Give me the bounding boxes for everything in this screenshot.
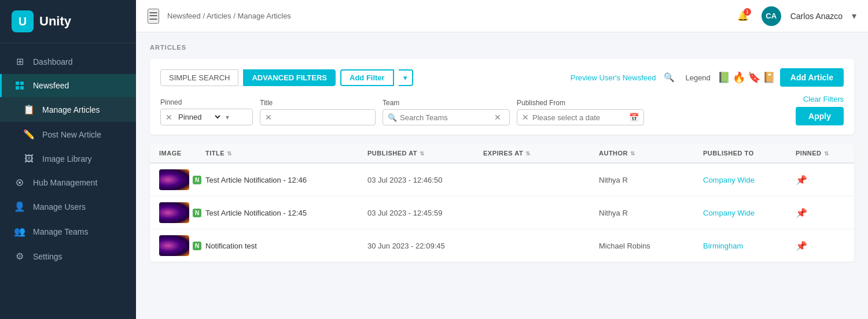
sidebar-item-label: Post New Article — [42, 130, 101, 139]
svg-rect-0 — [16, 81, 19, 85]
legend-icons: 📗 🔥 🔖 📔 — [718, 71, 775, 84]
row-title-cell: Test Article Notification - 12:46 — [205, 176, 367, 184]
notification-badge: 1 — [744, 8, 751, 16]
published-from-input[interactable] — [532, 113, 626, 122]
article-thumbnail — [159, 169, 189, 190]
row-published-to-cell: Company Wide — [703, 175, 796, 185]
legend-book-icon: 📔 — [763, 71, 775, 84]
title-filter-label: Title — [260, 99, 376, 107]
article-title: Notification test — [205, 242, 257, 250]
post-article-icon: ✏️ — [23, 129, 35, 140]
sidebar-item-label: Manage Teams — [33, 227, 88, 236]
sidebar-item-manage-teams[interactable]: 👥 Manage Teams — [0, 219, 136, 244]
newsfeed-icon — [13, 81, 26, 90]
sidebar-item-label: Settings — [33, 252, 62, 261]
simple-search-button[interactable]: SIMPLE SEARCH — [160, 69, 238, 86]
article-title: Test Article Notification - 12:46 — [205, 176, 307, 184]
menu-toggle-button[interactable]: ☰ — [148, 9, 159, 24]
th-expires-at: EXPIRES AT⇅ — [483, 150, 599, 157]
th-published-at: PUBLISHED AT⇅ — [367, 150, 483, 157]
clear-filters-link[interactable]: Clear Filters — [803, 95, 844, 103]
user-name: Carlos Anazco — [790, 12, 843, 21]
row-published-cell: 03 Jul 2023 - 12:46:50 — [367, 175, 483, 185]
sidebar-logo: U Unity — [0, 0, 136, 43]
svg-point-5 — [19, 181, 21, 184]
row-pinned-cell: 📌 — [796, 207, 854, 218]
advanced-filters-button[interactable]: ADVANCED FILTERS — [243, 69, 336, 86]
pinned-filter-wrap: ✕ Pinned Not Pinned ▾ — [160, 109, 253, 125]
article-thumbnail — [159, 202, 189, 223]
sidebar-item-manage-articles[interactable]: 📋 Manage Articles — [0, 97, 136, 122]
published-at: 03 Jul 2023 - 12:45:59 — [367, 209, 442, 217]
users-icon: 👤 — [13, 201, 26, 212]
author: Nithya R — [599, 176, 628, 184]
apply-button[interactable]: Apply — [796, 107, 844, 125]
svg-rect-1 — [20, 81, 24, 85]
new-badge: N — [193, 242, 201, 250]
team-filter-wrap: 🔍 ✕ — [382, 109, 510, 125]
row-image-cell: N — [159, 235, 205, 256]
published-to-link[interactable]: Birmingham — [703, 242, 743, 250]
preview-newsfeed-link[interactable]: Preview User's Newsfeed — [571, 73, 656, 82]
published-from-clear-icon[interactable]: ✕ — [522, 113, 529, 122]
sidebar-item-label: Newsfeed — [33, 81, 69, 90]
title-clear-icon[interactable]: ✕ — [265, 113, 272, 122]
sidebar-item-manage-users[interactable]: 👤 Manage Users — [0, 194, 136, 219]
pinned-select[interactable]: Pinned Not Pinned — [176, 112, 222, 122]
expires-sort-icon[interactable]: ⇅ — [525, 150, 531, 157]
team-clear-icon[interactable]: ✕ — [494, 113, 501, 122]
filter-row: Pinned ✕ Pinned Not Pinned ▾ Title ✕ — [160, 95, 844, 125]
sidebar-item-image-library[interactable]: 🖼 Image Library — [0, 147, 136, 171]
sidebar-item-hub-management[interactable]: Hub Management — [0, 171, 136, 194]
pinned-sort-icon[interactable]: ⇅ — [824, 150, 829, 157]
sidebar-item-settings[interactable]: ⚙ Settings — [0, 244, 136, 269]
row-pinned-cell: 📌 — [796, 240, 854, 251]
svg-rect-3 — [20, 86, 24, 90]
table-row: N Notification test 30 Jun 2023 - 22:09:… — [150, 229, 854, 262]
row-title-cell: Notification test — [205, 242, 367, 250]
add-filter-caret-button[interactable]: ▾ — [399, 69, 413, 86]
add-filter-button[interactable]: Add Filter — [340, 69, 394, 86]
table-header: IMAGE TITLE⇅ PUBLISHED AT⇅ EXPIRES AT⇅ A… — [150, 144, 854, 164]
sidebar-item-label: Image Library — [42, 154, 92, 164]
sidebar-item-dashboard[interactable]: ⊞ Dashboard — [0, 49, 136, 74]
author: Nithya R — [599, 209, 628, 217]
author-sort-icon[interactable]: ⇅ — [630, 150, 635, 157]
add-article-button[interactable]: Add Article — [780, 68, 844, 87]
avatar: CA — [762, 6, 781, 26]
manage-articles-icon: 📋 — [23, 104, 35, 115]
sidebar-item-post-new-article[interactable]: ✏️ Post New Article — [0, 122, 136, 147]
published-at: 30 Jun 2023 - 22:09:45 — [367, 242, 445, 250]
search-teams-input[interactable] — [400, 113, 494, 122]
new-badge: N — [193, 176, 201, 184]
title-sort-icon[interactable]: ⇅ — [227, 150, 232, 157]
published-from-filter-group: Published From ✕ 📅 — [517, 99, 644, 125]
title-input[interactable] — [275, 113, 370, 122]
th-published-to: PUBLISHED TO — [703, 150, 796, 157]
search-teams-icon: 🔍 — [388, 113, 397, 122]
preview-search-icon[interactable]: 🔍 — [664, 72, 675, 83]
new-badge: N — [193, 209, 201, 217]
published-to-link[interactable]: Company Wide — [703, 209, 755, 217]
pin-icon: 📌 — [796, 208, 807, 218]
topbar: ☰ Newsfeed / Articles / Manage Articles … — [136, 0, 868, 32]
sidebar-item-label: Dashboard — [33, 57, 73, 66]
th-author: AUTHOR⇅ — [599, 150, 703, 157]
th-image: IMAGE — [159, 150, 205, 157]
user-menu-caret-icon[interactable]: ▾ — [852, 10, 856, 21]
settings-icon: ⚙ — [13, 251, 26, 262]
content-area: ARTICLES SIMPLE SEARCH ADVANCED FILTERS … — [136, 32, 868, 319]
sidebar-item-newsfeed[interactable]: Newsfeed — [0, 74, 136, 97]
row-title-cell: Test Article Notification - 12:45 — [205, 209, 367, 217]
published-sort-icon[interactable]: ⇅ — [420, 150, 425, 157]
calendar-icon[interactable]: 📅 — [629, 113, 639, 122]
hub-icon — [13, 178, 26, 187]
title-filter-wrap: ✕ — [260, 109, 376, 125]
published-to-link[interactable]: Company Wide — [703, 176, 755, 184]
pinned-filter-group: Pinned ✕ Pinned Not Pinned ▾ — [160, 98, 253, 125]
sidebar-nav: ⊞ Dashboard Newsfeed 📋 Manage Articles ✏… — [0, 43, 136, 319]
pinned-clear-icon[interactable]: ✕ — [165, 113, 172, 122]
notifications-button[interactable]: 🔔 1 — [734, 7, 752, 25]
row-image-cell: N — [159, 202, 205, 223]
row-author-cell: Nithya R — [599, 175, 703, 185]
